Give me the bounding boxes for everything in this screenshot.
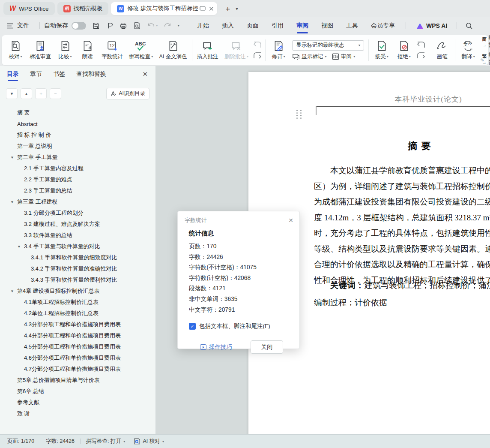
sidebar-tab-bookmark[interactable]: 书签 (53, 66, 65, 82)
float-window-icon[interactable] (200, 6, 206, 11)
checkbox-checked-icon[interactable]: ✓ (189, 323, 196, 330)
tab-document[interactable]: W 修改 建筑与装饰工程招标控制 (111, 2, 217, 15)
standard-review-button[interactable]: 标准审查 (27, 39, 54, 62)
toc-item[interactable]: 致 谢 (0, 408, 155, 419)
toc-item[interactable]: 4.3分部分项工程和单价措施项目费用表 (0, 319, 155, 330)
reject-button[interactable]: 拒绝▾ (393, 39, 415, 62)
menu-item-3[interactable]: 引用 (265, 18, 290, 33)
toc-item[interactable]: 4.2单位工程招标控制价汇总表 (0, 308, 155, 319)
tab-list-caret-icon[interactable]: ▾ (236, 6, 238, 12)
toc-item[interactable]: Absrtact (0, 118, 155, 129)
hamburger-icon[interactable] (7, 23, 14, 29)
insert-comment-button[interactable]: 插入批注 (194, 39, 221, 62)
next-change-icon[interactable] (417, 52, 425, 59)
compare-button[interactable]: 比较▾ (54, 39, 76, 62)
menu-item-6[interactable]: 工具 (340, 18, 365, 33)
redo-icon (164, 22, 172, 29)
drag-handle-icon[interactable] (296, 110, 302, 119)
toc-item[interactable]: ▼第三章 工程建模 (0, 196, 155, 207)
review-pane-button[interactable]: 审阅▾ (332, 53, 356, 60)
include-footnotes-row[interactable]: ✓ 包括文本框、脚注和尾注(F) (189, 322, 292, 330)
toc-item[interactable]: 3.4.3 手算和软件算量的便利性对比 (0, 274, 155, 286)
toc-item[interactable]: ▼第4章 建设项目招标控制价汇总表 (0, 286, 155, 297)
dialog-close-button[interactable]: 关闭 (251, 340, 283, 354)
close-tab-icon[interactable] (209, 6, 214, 11)
new-tab-button[interactable]: ＋ (224, 4, 231, 14)
search-icon[interactable] (466, 22, 473, 30)
autosave-label: 自动保存 (44, 22, 68, 30)
toc-item[interactable]: 第6章 总结 (0, 386, 155, 397)
ai-polish-button[interactable]: AI 全文润色 (156, 39, 190, 62)
toc-item[interactable]: 4.4分部分项工程和单价措施项目费用表 (0, 330, 155, 341)
dialog-close-icon[interactable]: ✕ (288, 217, 293, 224)
sidebar-close-icon[interactable]: ✕ (142, 70, 148, 78)
status-spell-check[interactable]: 拼写检查: 打开▾ (86, 438, 125, 445)
toc-previous-button[interactable]: ▴ (21, 88, 32, 99)
tab-wps-office[interactable]: W WPS Office (3, 2, 55, 15)
toc-item[interactable]: 第5章 总价措施项目清单与计价表 (0, 375, 155, 386)
to-traditional-button[interactable]: 简→ 转繁 (482, 34, 490, 49)
collapse-arrow-icon[interactable]: ▼ (10, 156, 14, 159)
print-preview-icon[interactable] (133, 22, 141, 30)
toc-item[interactable]: 参考文献 (0, 397, 155, 408)
header-rule-tick (316, 106, 317, 115)
toc-item[interactable]: 第一章 总说明 (0, 141, 155, 152)
collapse-arrow-icon[interactable]: ▼ (10, 200, 14, 204)
collapse-arrow-icon[interactable]: ▼ (10, 289, 14, 293)
print-icon[interactable] (120, 22, 127, 30)
toc-item[interactable]: 4.5分部分项工程和单价措施项目费用表 (0, 341, 155, 352)
file-menu[interactable]: 文件 (17, 22, 29, 30)
brush-button[interactable]: 画笔 (431, 39, 453, 62)
toc-next-button[interactable]: ▾ (6, 88, 18, 99)
sidebar-tab-toc[interactable]: 目录 (7, 66, 19, 82)
toc-item[interactable]: 3.2 建模过程、难点及解决方案 (0, 219, 155, 230)
toc-item[interactable]: 招 标 控 制 价 (0, 129, 155, 141)
menu-item-7[interactable]: 会员专享 (365, 18, 401, 33)
toc-item[interactable]: 4.6分部分项工程和单价措施项目费用表 (0, 352, 155, 364)
sidebar-tab-chapter[interactable]: 章节 (30, 66, 42, 82)
toc-item[interactable]: 2.2 手工算量的难点 (0, 174, 155, 185)
ai-recognize-toc-button[interactable]: AI识别目录 (106, 88, 149, 99)
menu-item-2[interactable]: 页面 (240, 18, 265, 33)
status-page[interactable]: 页面: 1/170 (7, 438, 34, 445)
translate-button[interactable]: 文A 翻译▾ (457, 39, 479, 62)
menu-item-5[interactable]: 视图 (315, 18, 340, 33)
toc-item[interactable]: 3.1 分部分项工程的划分 (0, 207, 155, 219)
track-changes-button[interactable]: 修订▾ (267, 39, 290, 62)
spell-check-button[interactable]: ABC 拼写检查▾ (126, 39, 156, 62)
toc-item[interactable]: 4.7分部分项工程和单价措施项目费用表 (0, 364, 155, 375)
toc-item[interactable]: 3.3 软件算量的总结 (0, 230, 155, 241)
save-icon[interactable] (92, 22, 100, 30)
menu-item-1[interactable]: 插入 (215, 18, 240, 33)
export-pdf-icon[interactable] (106, 22, 114, 30)
tab-template[interactable]: 稻 找稻壳模板 (57, 2, 109, 15)
toc-item[interactable]: 3.4.2 手算和软件算量的准确性对比 (0, 263, 155, 274)
ribbon-expand-icon[interactable]: ⇘ (480, 57, 484, 63)
word-count-button[interactable]: 12 字数统计 (99, 39, 126, 62)
menu-item-0[interactable]: 开始 (191, 18, 215, 33)
toc-item[interactable]: 2.1 手工算量内容及过程 (0, 163, 155, 174)
toc-item[interactable]: 3.4.1 手算和软件算量的细致度对比 (0, 252, 155, 263)
sidebar-tab-find-replace[interactable]: 查找和替换 (76, 66, 106, 82)
previous-change-icon[interactable] (417, 41, 425, 48)
next-comment-icon[interactable] (253, 52, 262, 59)
quick-access-caret-icon[interactable]: ▾ (178, 24, 180, 27)
autosave-toggle[interactable] (72, 22, 86, 30)
toc-item[interactable]: 4.1单项工程招标控制价汇总表 (0, 297, 155, 308)
toc-item[interactable]: ▼第二章 手工算量 (0, 152, 155, 163)
accept-button[interactable]: 接受▾ (370, 39, 393, 62)
toc-item[interactable]: 2.3 手工算量的总结 (0, 185, 155, 196)
read-aloud-button[interactable]: 朗读 (76, 39, 99, 62)
status-ai-proof[interactable]: AI 校对▾ (134, 438, 164, 445)
toc-item[interactable]: ▼3.4 手工算量与软件算量的对比 (0, 241, 155, 252)
wps-ai-logo-icon (416, 23, 424, 29)
menu-item-4[interactable]: 审阅 (290, 18, 315, 33)
markup-state-select[interactable]: 显示标记的最终状态▾ (292, 40, 364, 51)
show-markup-button[interactable]: 显示标记▾ (292, 53, 327, 60)
wps-ai-menu[interactable]: WPS AI (416, 22, 447, 29)
collapse-arrow-icon[interactable]: ▼ (17, 245, 21, 249)
status-word-count[interactable]: 字数: 24426 (46, 438, 75, 445)
proofread-button[interactable]: 校对▾ (4, 39, 27, 62)
tips-link[interactable]: 操作技巧 (200, 343, 232, 351)
toc-item[interactable]: 摘 要 (0, 107, 155, 118)
